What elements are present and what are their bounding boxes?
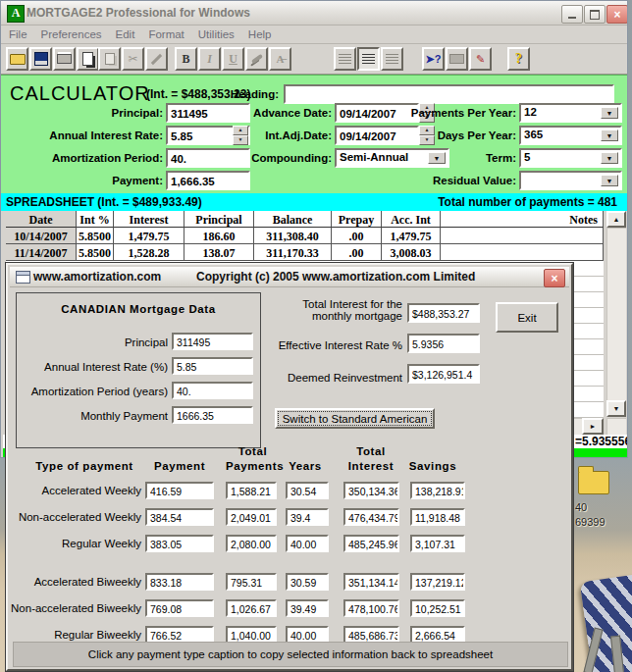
savings-input[interactable] [410,508,465,526]
maximize-button[interactable] [584,5,606,24]
table-cell-notes[interactable] [441,228,604,244]
payment-input[interactable] [145,535,214,552]
payment-type-caption[interactable]: Regular Weekly [8,538,141,549]
print-preview-button[interactable] [77,47,99,71]
table-cell[interactable]: 3,008.03 [382,244,441,261]
pencil-button[interactable] [145,47,168,71]
dlg-monthly-payment-input[interactable] [172,406,253,424]
switch-to-standard-american-button[interactable]: Switch to Standard American [275,408,435,429]
table-cell-notes[interactable] [441,244,604,261]
desktop-folder-icon[interactable] [578,471,609,494]
print-button[interactable] [53,47,76,71]
chevron-down-icon[interactable]: ▼ [601,175,618,186]
table-cell[interactable]: 186.60 [184,228,254,244]
total-interest-input[interactable] [343,508,399,526]
payment-type-caption[interactable]: Non-accelerated Biweekly [8,602,141,614]
payment-type-caption[interactable]: Accelerated Biweekly [8,576,141,588]
total-interest-input[interactable] [407,303,480,323]
italic-button[interactable]: I [198,47,221,71]
total-interest-input[interactable] [343,573,399,591]
payment-type-caption[interactable]: Non-accelerated Weekly [8,511,141,523]
payment-input[interactable] [145,508,214,526]
payment-type-caption[interactable]: Regular Biweekly [8,629,141,641]
chevron-down-icon[interactable]: ▼ [601,107,618,119]
scroll-up-button[interactable]: ▲ [606,211,626,228]
minimize-button[interactable] [561,5,583,24]
total-payments-input[interactable] [226,599,277,617]
heading-input[interactable] [284,84,614,104]
menu-file[interactable]: File [9,28,27,40]
column-header[interactable]: Int % [77,211,114,228]
payment-input[interactable] [166,171,250,190]
total-payments-input[interactable] [226,508,277,526]
payment-type-caption[interactable]: Accelerated Weekly [8,485,141,496]
underline-button[interactable]: U [222,47,244,71]
residual-value-dropdown[interactable]: ▼ [519,171,622,190]
total-payments-input[interactable] [226,573,277,591]
align-center-button[interactable] [357,47,380,71]
menu-help[interactable]: Help [248,28,272,40]
align-right-button[interactable] [381,47,403,71]
column-header[interactable]: Prepay [332,211,382,228]
table-cell[interactable]: .00 [332,244,382,261]
annotate-button[interactable]: ✎ [469,47,492,71]
payment-input[interactable] [145,482,214,499]
align-left-button[interactable] [334,47,356,71]
days-per-year-dropdown[interactable]: 365▼ [519,126,622,145]
total-payments-input[interactable] [226,482,277,499]
column-header[interactable]: Balance [254,211,332,228]
menu-preferences[interactable]: Preferences [41,28,102,40]
exit-button[interactable]: Exit [496,302,558,333]
savings-input[interactable] [410,535,465,552]
years-input[interactable] [286,573,329,591]
term-dropdown[interactable]: 5▼ [519,148,622,168]
scroll-right-button[interactable]: ► [582,418,604,435]
chevron-down-icon[interactable]: ▼ [601,152,618,164]
column-header[interactable]: Interest [114,211,184,228]
dialog-close-button[interactable]: × [544,269,565,287]
column-header[interactable]: Acc. Int [382,211,441,228]
table-cell-date[interactable]: 10/14/2007 [6,228,77,244]
table-cell[interactable]: 138.07 [184,244,254,261]
menu-edit[interactable]: Edit [116,28,135,40]
scroll-down-button[interactable]: ▼ [606,400,626,417]
save-button[interactable] [29,47,52,71]
column-header[interactable]: Principal [184,211,254,228]
savings-input[interactable] [410,482,465,499]
bold-button[interactable]: B [175,47,197,71]
copy-button[interactable] [98,47,121,71]
total-interest-input[interactable] [343,599,399,617]
column-header[interactable]: Notes [441,211,604,228]
chevron-down-icon[interactable]: ▼ [601,129,618,141]
desktop-icon-label[interactable]: 40 [575,501,587,513]
open-button[interactable] [6,47,28,71]
format-brush-button[interactable] [245,47,268,71]
dialog-title-bar[interactable]: www.amortization.com Copyright (c) 2005 … [10,267,569,287]
total-interest-input[interactable] [343,482,399,499]
table-cell[interactable]: 1,479.75 [382,228,441,244]
vertical-scrollbar-track[interactable] [606,228,626,400]
savings-input[interactable] [410,573,465,591]
mail-button[interactable] [446,47,468,71]
savings-input[interactable] [410,599,465,617]
table-cell[interactable]: 1,528.28 [114,244,184,261]
payments-per-year-dropdown[interactable]: 12▼ [519,103,622,123]
font-replace-button[interactable]: A̶ [269,47,291,71]
table-cell[interactable]: 5.8500 [77,228,114,244]
title-bar[interactable]: A MORTGAGE2 Professional for Windows × [1,1,627,26]
cut-button[interactable]: ✂ [122,47,144,71]
years-input[interactable] [286,535,329,552]
payment-input[interactable] [145,573,214,591]
total-payments-input[interactable] [226,535,277,552]
table-cell[interactable]: 1,479.75 [114,228,184,244]
payment-input[interactable] [145,599,214,617]
table-cell[interactable]: .00 [332,228,382,244]
years-input[interactable] [286,482,329,499]
years-input[interactable] [286,508,329,526]
column-header[interactable]: Date [6,211,77,228]
table-cell-date[interactable]: 11/14/2007 [6,244,77,261]
total-interest-input[interactable] [343,535,399,552]
table-cell[interactable]: 311,308.40 [254,228,332,244]
effective-rate-input[interactable] [407,334,480,353]
dlg-amortization-input[interactable] [172,382,253,399]
